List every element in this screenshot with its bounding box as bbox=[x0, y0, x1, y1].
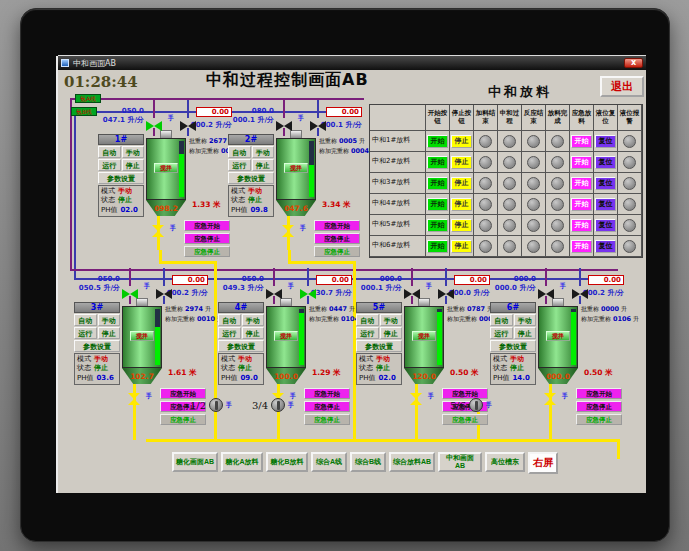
emergency-start-button[interactable]: 应急开始 bbox=[304, 388, 350, 399]
stop-button[interactable]: 停止 bbox=[252, 159, 275, 171]
discharge-valve-icon[interactable] bbox=[152, 222, 164, 234]
manual-button[interactable]: 手动 bbox=[380, 314, 403, 326]
inlet-valve-icon[interactable] bbox=[276, 116, 292, 127]
level-reset-button[interactable]: 复位 bbox=[595, 177, 616, 190]
agitator-button[interactable]: 搅拌 bbox=[154, 163, 178, 173]
agitator-button[interactable]: 搅拌 bbox=[284, 163, 308, 173]
pump-icon[interactable] bbox=[209, 398, 223, 412]
emergency-stop-button[interactable]: 应急停止 bbox=[314, 233, 360, 244]
emergency-start-button[interactable]: 应急开始 bbox=[314, 220, 360, 231]
emergency-discharge-button[interactable]: 开始 bbox=[571, 177, 592, 190]
emergency-start-button[interactable]: 应急开始 bbox=[184, 220, 230, 231]
params-button[interactable]: 参数设置 bbox=[490, 340, 536, 352]
inlet-valve-icon[interactable] bbox=[266, 284, 282, 295]
inlet-valve-icon[interactable] bbox=[538, 284, 554, 295]
emergency-discharge-button[interactable]: 开始 bbox=[571, 219, 592, 232]
params-button[interactable]: 参数设置 bbox=[356, 340, 402, 352]
emergency-stop-disabled-button[interactable]: 应急停止 bbox=[314, 246, 360, 257]
agitator-button[interactable]: 搅拌 bbox=[412, 331, 436, 341]
auto-button[interactable]: 自动 bbox=[490, 314, 513, 326]
stop-button[interactable]: 停止 bbox=[380, 327, 403, 339]
stop-button[interactable]: 停止 bbox=[451, 219, 472, 232]
level-reset-button[interactable]: 复位 bbox=[595, 219, 616, 232]
pump-icon[interactable] bbox=[469, 398, 483, 412]
agitator-button[interactable]: 搅拌 bbox=[130, 331, 154, 341]
inlet-valve-icon[interactable] bbox=[438, 284, 454, 295]
bottom-nav-button[interactable]: 高位槽东 bbox=[485, 452, 525, 472]
emergency-stop-button[interactable]: 应急停止 bbox=[304, 401, 350, 412]
level-reset-button[interactable]: 复位 bbox=[595, 198, 616, 211]
emergency-stop-disabled-button[interactable]: 应急停止 bbox=[576, 414, 622, 425]
params-button[interactable]: 参数设置 bbox=[218, 340, 264, 352]
bottom-nav-button[interactable]: 综合B线 bbox=[350, 452, 386, 472]
inlet-valve-icon[interactable] bbox=[300, 284, 316, 295]
auto-button[interactable]: 自动 bbox=[228, 146, 251, 158]
stop-button[interactable]: 停止 bbox=[514, 327, 537, 339]
inlet-valve-icon[interactable] bbox=[146, 116, 162, 127]
params-button[interactable]: 参数设置 bbox=[228, 172, 274, 184]
exit-button[interactable]: 退出 bbox=[600, 76, 644, 97]
inlet-valve-icon[interactable] bbox=[180, 116, 196, 127]
inlet-valve-icon[interactable] bbox=[310, 116, 326, 127]
auto-button[interactable]: 自动 bbox=[218, 314, 241, 326]
start-button[interactable]: 开始 bbox=[427, 156, 448, 169]
agitator-button[interactable]: 搅拌 bbox=[546, 331, 570, 341]
emergency-stop-disabled-button[interactable]: 应急停止 bbox=[160, 414, 206, 425]
auto-button[interactable]: 自动 bbox=[356, 314, 379, 326]
params-button[interactable]: 参数设置 bbox=[98, 172, 144, 184]
auto-button[interactable]: 自动 bbox=[98, 146, 121, 158]
discharge-valve-icon[interactable] bbox=[544, 390, 556, 402]
bottom-nav-button[interactable]: 糖化B放料 bbox=[266, 452, 308, 472]
emergency-stop-disabled-button[interactable]: 应急停止 bbox=[442, 414, 488, 425]
manual-button[interactable]: 手动 bbox=[98, 314, 121, 326]
bottom-nav-button[interactable]: 糖化画面AB bbox=[172, 452, 218, 472]
inlet-valve-icon[interactable] bbox=[122, 284, 138, 295]
bottom-nav-button[interactable]: 综合A线 bbox=[311, 452, 347, 472]
discharge-valve-icon[interactable] bbox=[282, 222, 294, 234]
manual-button[interactable]: 手动 bbox=[122, 146, 145, 158]
start-button[interactable]: 开始 bbox=[427, 219, 448, 232]
stop-button[interactable]: 停止 bbox=[451, 156, 472, 169]
emergency-discharge-button[interactable]: 开始 bbox=[571, 135, 592, 148]
discharge-valve-icon[interactable] bbox=[128, 390, 140, 402]
agitator-button[interactable]: 搅拌 bbox=[274, 331, 298, 341]
inlet-valve-icon[interactable] bbox=[156, 284, 172, 295]
inlet-valve-icon[interactable] bbox=[404, 284, 420, 295]
emergency-discharge-button[interactable]: 开始 bbox=[571, 240, 592, 253]
run-button[interactable]: 运行 bbox=[490, 327, 513, 339]
params-button[interactable]: 参数设置 bbox=[74, 340, 120, 352]
start-button[interactable]: 开始 bbox=[427, 198, 448, 211]
manual-button[interactable]: 手动 bbox=[514, 314, 537, 326]
run-button[interactable]: 运行 bbox=[356, 327, 379, 339]
inlet-valve-icon[interactable] bbox=[572, 284, 588, 295]
level-reset-button[interactable]: 复位 bbox=[595, 240, 616, 253]
bottom-nav-button[interactable]: 糖化A放料 bbox=[221, 452, 263, 472]
emergency-stop-disabled-button[interactable]: 应急停止 bbox=[184, 246, 230, 257]
stop-button[interactable]: 停止 bbox=[451, 177, 472, 190]
stop-button[interactable]: 停止 bbox=[451, 240, 472, 253]
stop-button[interactable]: 停止 bbox=[451, 198, 472, 211]
bottom-nav-button[interactable]: 右屏 bbox=[528, 452, 558, 474]
run-button[interactable]: 运行 bbox=[74, 327, 97, 339]
run-button[interactable]: 运行 bbox=[218, 327, 241, 339]
start-button[interactable]: 开始 bbox=[427, 177, 448, 190]
manual-button[interactable]: 手动 bbox=[252, 146, 275, 158]
start-button[interactable]: 开始 bbox=[427, 135, 448, 148]
emergency-stop-button[interactable]: 应急停止 bbox=[576, 401, 622, 412]
level-reset-button[interactable]: 复位 bbox=[595, 156, 616, 169]
stop-button[interactable]: 停止 bbox=[122, 159, 145, 171]
discharge-valve-icon[interactable] bbox=[410, 390, 422, 402]
stop-button[interactable]: 停止 bbox=[242, 327, 265, 339]
emergency-stop-button[interactable]: 应急停止 bbox=[184, 233, 230, 244]
emergency-stop-disabled-button[interactable]: 应急停止 bbox=[304, 414, 350, 425]
stop-button[interactable]: 停止 bbox=[98, 327, 121, 339]
emergency-discharge-button[interactable]: 开始 bbox=[571, 198, 592, 211]
manual-button[interactable]: 手动 bbox=[242, 314, 265, 326]
start-button[interactable]: 开始 bbox=[427, 240, 448, 253]
level-reset-button[interactable]: 复位 bbox=[595, 135, 616, 148]
bottom-nav-button[interactable]: 综合放料AB bbox=[389, 452, 435, 472]
close-icon[interactable]: x bbox=[624, 58, 643, 68]
run-button[interactable]: 运行 bbox=[98, 159, 121, 171]
run-button[interactable]: 运行 bbox=[228, 159, 251, 171]
bottom-nav-button[interactable]: 中和画面AB bbox=[438, 452, 482, 472]
